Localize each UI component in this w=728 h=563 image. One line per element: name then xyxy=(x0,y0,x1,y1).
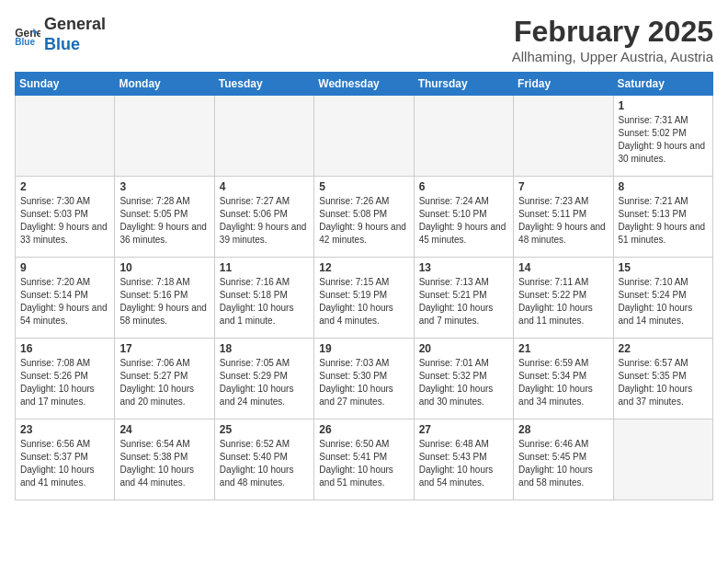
calendar-week-row: 2Sunrise: 7:30 AM Sunset: 5:03 PM Daylig… xyxy=(16,177,713,258)
calendar-day-cell: 1Sunrise: 7:31 AM Sunset: 5:02 PM Daylig… xyxy=(613,96,712,177)
calendar-day-cell: 27Sunrise: 6:48 AM Sunset: 5:43 PM Dayli… xyxy=(414,419,513,500)
weekday-header: Thursday xyxy=(414,73,513,96)
calendar-week-row: 9Sunrise: 7:20 AM Sunset: 5:14 PM Daylig… xyxy=(16,258,713,339)
svg-text:Blue: Blue xyxy=(15,37,35,45)
day-info: Sunrise: 6:52 AM Sunset: 5:40 PM Dayligh… xyxy=(220,438,309,489)
day-info: Sunrise: 7:20 AM Sunset: 5:14 PM Dayligh… xyxy=(20,276,109,327)
day-info: Sunrise: 7:28 AM Sunset: 5:05 PM Dayligh… xyxy=(119,195,209,247)
calendar-day-cell: 14Sunrise: 7:11 AM Sunset: 5:22 PM Dayli… xyxy=(514,258,613,339)
calendar-day-cell: 9Sunrise: 7:20 AM Sunset: 5:14 PM Daylig… xyxy=(16,258,115,339)
calendar-week-row: 1Sunrise: 7:31 AM Sunset: 5:02 PM Daylig… xyxy=(16,96,713,177)
day-number: 27 xyxy=(419,423,508,436)
day-number: 22 xyxy=(619,342,708,355)
day-number: 26 xyxy=(319,423,408,436)
day-number: 28 xyxy=(518,423,608,436)
calendar-day-cell: 19Sunrise: 7:03 AM Sunset: 5:30 PM Dayli… xyxy=(314,339,414,419)
day-number: 19 xyxy=(319,342,408,355)
day-info: Sunrise: 7:27 AM Sunset: 5:06 PM Dayligh… xyxy=(220,195,309,247)
location-title: Allhaming, Upper Austria, Austria xyxy=(512,49,713,64)
day-info: Sunrise: 7:08 AM Sunset: 5:26 PM Dayligh… xyxy=(20,357,109,408)
calendar-day-cell: 10Sunrise: 7:18 AM Sunset: 5:16 PM Dayli… xyxy=(115,258,214,339)
day-info: Sunrise: 7:06 AM Sunset: 5:27 PM Dayligh… xyxy=(119,357,209,408)
day-info: Sunrise: 7:03 AM Sunset: 5:30 PM Dayligh… xyxy=(319,357,408,408)
calendar-day-cell: 13Sunrise: 7:13 AM Sunset: 5:21 PM Dayli… xyxy=(414,258,513,339)
calendar-day-cell: 18Sunrise: 7:05 AM Sunset: 5:29 PM Dayli… xyxy=(214,339,313,419)
logo-blue: Blue xyxy=(44,35,106,55)
day-info: Sunrise: 6:48 AM Sunset: 5:43 PM Dayligh… xyxy=(419,438,508,489)
calendar-day-cell: 20Sunrise: 7:01 AM Sunset: 5:32 PM Dayli… xyxy=(414,339,513,419)
calendar-day-cell: 8Sunrise: 7:21 AM Sunset: 5:13 PM Daylig… xyxy=(613,177,712,258)
weekday-header: Friday xyxy=(514,73,613,96)
month-title: February 2025 xyxy=(512,15,713,49)
page-header: General Blue General Blue February 2025 … xyxy=(15,15,713,64)
calendar-day-cell: 11Sunrise: 7:16 AM Sunset: 5:18 PM Dayli… xyxy=(214,258,313,339)
calendar-table: SundayMondayTuesdayWednesdayThursdayFrid… xyxy=(15,72,713,500)
calendar-day-cell: 7Sunrise: 7:23 AM Sunset: 5:11 PM Daylig… xyxy=(514,177,613,258)
calendar-day-cell: 6Sunrise: 7:24 AM Sunset: 5:10 PM Daylig… xyxy=(414,177,513,258)
day-number: 5 xyxy=(319,180,408,193)
title-block: February 2025 Allhaming, Upper Austria, … xyxy=(512,15,713,64)
day-info: Sunrise: 7:21 AM Sunset: 5:13 PM Dayligh… xyxy=(619,195,708,247)
day-info: Sunrise: 6:57 AM Sunset: 5:35 PM Dayligh… xyxy=(619,357,708,408)
day-number: 13 xyxy=(419,261,508,274)
day-info: Sunrise: 7:23 AM Sunset: 5:11 PM Dayligh… xyxy=(518,195,608,247)
day-info: Sunrise: 6:59 AM Sunset: 5:34 PM Dayligh… xyxy=(518,357,608,408)
calendar-day-cell xyxy=(514,96,613,177)
calendar-day-cell: 28Sunrise: 6:46 AM Sunset: 5:45 PM Dayli… xyxy=(514,419,613,500)
calendar-day-cell: 5Sunrise: 7:26 AM Sunset: 5:08 PM Daylig… xyxy=(314,177,414,258)
day-info: Sunrise: 7:26 AM Sunset: 5:08 PM Dayligh… xyxy=(319,195,408,247)
logo-general: General xyxy=(44,15,106,35)
calendar-day-cell: 4Sunrise: 7:27 AM Sunset: 5:06 PM Daylig… xyxy=(214,177,313,258)
day-info: Sunrise: 7:11 AM Sunset: 5:22 PM Dayligh… xyxy=(518,276,608,327)
day-number: 25 xyxy=(220,423,309,436)
day-number: 15 xyxy=(619,261,708,274)
day-info: Sunrise: 7:15 AM Sunset: 5:19 PM Dayligh… xyxy=(319,276,408,327)
day-info: Sunrise: 7:01 AM Sunset: 5:32 PM Dayligh… xyxy=(419,357,508,408)
day-info: Sunrise: 6:56 AM Sunset: 5:37 PM Dayligh… xyxy=(20,438,109,489)
weekday-header: Sunday xyxy=(16,73,115,96)
day-number: 7 xyxy=(518,180,608,193)
calendar-day-cell: 17Sunrise: 7:06 AM Sunset: 5:27 PM Dayli… xyxy=(115,339,214,419)
calendar-day-cell: 12Sunrise: 7:15 AM Sunset: 5:19 PM Dayli… xyxy=(314,258,414,339)
calendar-day-cell: 16Sunrise: 7:08 AM Sunset: 5:26 PM Dayli… xyxy=(16,339,115,419)
day-info: Sunrise: 6:50 AM Sunset: 5:41 PM Dayligh… xyxy=(319,438,408,489)
day-number: 20 xyxy=(419,342,508,355)
calendar-day-cell xyxy=(613,419,712,500)
day-number: 17 xyxy=(119,342,209,355)
day-info: Sunrise: 6:46 AM Sunset: 5:45 PM Dayligh… xyxy=(518,438,608,489)
calendar-day-cell: 24Sunrise: 6:54 AM Sunset: 5:38 PM Dayli… xyxy=(115,419,214,500)
day-number: 4 xyxy=(220,180,309,193)
day-number: 6 xyxy=(419,180,508,193)
calendar-day-cell xyxy=(115,96,214,177)
calendar-week-row: 23Sunrise: 6:56 AM Sunset: 5:37 PM Dayli… xyxy=(16,419,713,500)
weekday-header: Tuesday xyxy=(214,73,313,96)
day-info: Sunrise: 6:54 AM Sunset: 5:38 PM Dayligh… xyxy=(119,438,209,489)
day-info: Sunrise: 7:18 AM Sunset: 5:16 PM Dayligh… xyxy=(119,276,209,327)
weekday-header-row: SundayMondayTuesdayWednesdayThursdayFrid… xyxy=(16,73,713,96)
calendar-day-cell: 23Sunrise: 6:56 AM Sunset: 5:37 PM Dayli… xyxy=(16,419,115,500)
calendar-day-cell xyxy=(314,96,414,177)
day-number: 18 xyxy=(220,342,309,355)
day-number: 23 xyxy=(20,423,109,436)
day-info: Sunrise: 7:31 AM Sunset: 5:02 PM Dayligh… xyxy=(619,114,708,166)
day-info: Sunrise: 7:24 AM Sunset: 5:10 PM Dayligh… xyxy=(419,195,508,247)
day-number: 8 xyxy=(619,180,708,193)
calendar-day-cell xyxy=(16,96,115,177)
calendar-day-cell: 2Sunrise: 7:30 AM Sunset: 5:03 PM Daylig… xyxy=(16,177,115,258)
calendar-day-cell xyxy=(414,96,513,177)
weekday-header: Wednesday xyxy=(314,73,414,96)
day-info: Sunrise: 7:16 AM Sunset: 5:18 PM Dayligh… xyxy=(220,276,309,327)
day-number: 3 xyxy=(119,180,209,193)
weekday-header: Saturday xyxy=(613,73,712,96)
day-number: 9 xyxy=(20,261,109,274)
calendar-day-cell: 22Sunrise: 6:57 AM Sunset: 5:35 PM Dayli… xyxy=(613,339,712,419)
day-info: Sunrise: 7:05 AM Sunset: 5:29 PM Dayligh… xyxy=(220,357,309,408)
calendar-day-cell: 21Sunrise: 6:59 AM Sunset: 5:34 PM Dayli… xyxy=(514,339,613,419)
day-info: Sunrise: 7:10 AM Sunset: 5:24 PM Dayligh… xyxy=(619,276,708,327)
day-number: 14 xyxy=(518,261,608,274)
weekday-header: Monday xyxy=(115,73,214,96)
calendar-day-cell: 25Sunrise: 6:52 AM Sunset: 5:40 PM Dayli… xyxy=(214,419,313,500)
logo: General Blue General Blue xyxy=(15,15,106,54)
day-number: 2 xyxy=(20,180,109,193)
day-info: Sunrise: 7:30 AM Sunset: 5:03 PM Dayligh… xyxy=(20,195,109,247)
